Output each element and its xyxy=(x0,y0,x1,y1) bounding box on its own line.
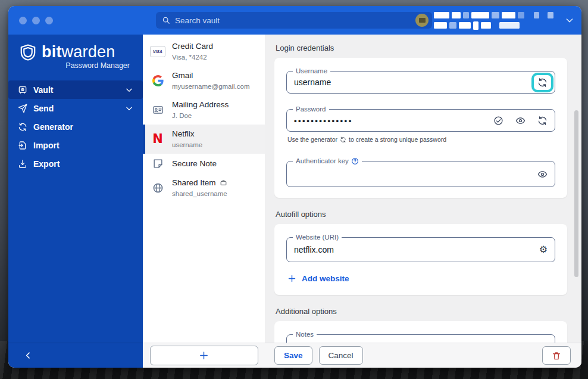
website-uri-label: Website (URI) xyxy=(293,233,342,241)
account-menu[interactable] xyxy=(415,6,574,35)
username-label: Username xyxy=(293,67,330,75)
additional-options-card: Notes xyxy=(274,321,567,343)
search-input[interactable]: Search vault xyxy=(156,12,432,29)
password-label: Password xyxy=(293,105,329,113)
vault-icon xyxy=(18,85,27,95)
logo-subtitle: Password Manager xyxy=(19,61,130,70)
item-detail-pane: Login credentials Username username Pass… xyxy=(265,35,581,343)
refresh-icon xyxy=(340,136,346,143)
collapse-sidebar-chevron-left-icon[interactable] xyxy=(24,351,33,360)
section-title-autofill-options: Autofill options xyxy=(276,210,567,219)
zoom-window-button[interactable] xyxy=(45,17,53,24)
chevron-down-icon[interactable] xyxy=(125,104,133,113)
list-item-credit-card[interactable]: VISA Credit Card Visa, *4242 xyxy=(143,37,265,66)
item-title: Shared Item xyxy=(172,178,227,188)
traffic-lights xyxy=(19,17,53,24)
username-field[interactable]: Username username xyxy=(286,71,555,94)
sidebar-item-label: Send xyxy=(33,104,54,113)
save-button[interactable]: Save xyxy=(274,346,312,365)
logo-light: warden xyxy=(62,43,115,61)
website-uri-value[interactable]: netflix.com xyxy=(294,245,539,254)
add-item-button[interactable] xyxy=(150,346,258,365)
generator-icon xyxy=(18,122,27,132)
sidebar-item-import[interactable]: Import xyxy=(8,136,143,154)
netflix-logo-icon: N xyxy=(150,133,165,145)
toggle-password-visibility-icon[interactable] xyxy=(515,116,526,126)
sidebar-item-label: Vault xyxy=(33,85,53,95)
detail-footer: Save Cancel xyxy=(265,343,581,368)
login-credentials-card: Username username Password •••••••••••••… xyxy=(274,58,567,198)
detail-scrollbar[interactable] xyxy=(574,110,578,277)
password-hint: Use the generator to create a strong uni… xyxy=(287,136,555,143)
item-subtitle: myusername@gmail.com xyxy=(172,83,250,90)
item-title: Gmail xyxy=(172,70,250,80)
sidebar-footer xyxy=(8,343,143,368)
list-item-mailing-address[interactable]: Mailing Address J. Doe xyxy=(143,95,265,125)
notes-label: Notes xyxy=(293,330,317,338)
username-value[interactable]: username xyxy=(294,77,528,87)
item-subtitle: shared_username xyxy=(172,190,227,197)
search-placeholder: Search vault xyxy=(175,16,220,25)
generate-username-icon[interactable] xyxy=(537,77,548,88)
check-password-icon[interactable] xyxy=(493,116,503,126)
briefcase-icon xyxy=(220,179,227,187)
import-icon xyxy=(18,141,27,150)
sidebar-item-generator[interactable]: Generator xyxy=(8,117,143,136)
list-item-netflix[interactable]: N Netflix username xyxy=(143,125,265,154)
plus-icon xyxy=(199,350,209,361)
password-value[interactable]: •••••••••••••• xyxy=(294,116,493,125)
chevron-down-icon[interactable] xyxy=(125,86,133,94)
item-title: Netflix xyxy=(172,129,202,139)
paper-plane-icon xyxy=(18,104,27,113)
list-item-secure-note[interactable]: Secure Note xyxy=(143,154,265,173)
bitwarden-logo: bitwarden Password Manager xyxy=(8,35,143,70)
add-website-button[interactable]: Add website xyxy=(287,274,555,283)
autofill-options-card: Website (URI) netflix.com ⚙ Add website xyxy=(274,224,567,295)
question-circle-icon[interactable] xyxy=(351,157,359,165)
list-footer xyxy=(143,343,265,368)
trash-icon xyxy=(552,351,561,361)
logo-bold: bit xyxy=(42,43,62,61)
section-title-additional-options: Additional options xyxy=(276,307,567,316)
sidebar-item-label: Import xyxy=(33,141,60,150)
id-card-icon xyxy=(150,104,165,116)
delete-button[interactable] xyxy=(542,346,571,365)
cancel-button[interactable]: Cancel xyxy=(319,346,363,365)
google-logo-icon xyxy=(150,75,165,86)
highlight-box xyxy=(531,73,553,92)
sidebar-nav: Vault Send Generator Import xyxy=(8,80,143,173)
minimize-window-button[interactable] xyxy=(32,17,40,24)
sidebar-item-vault[interactable]: Vault xyxy=(8,80,143,99)
website-options-gear-icon[interactable]: ⚙ xyxy=(539,245,548,254)
globe-icon xyxy=(150,182,165,194)
toggle-authenticator-visibility-icon[interactable] xyxy=(537,169,548,179)
export-icon xyxy=(18,159,27,169)
sidebar-item-send[interactable]: Send xyxy=(8,99,143,117)
list-item-gmail[interactable]: Gmail myusername@gmail.com xyxy=(143,66,265,95)
item-title: Secure Note xyxy=(172,159,217,169)
password-field[interactable]: Password •••••••••••••• xyxy=(286,109,555,132)
item-subtitle: J. Doe xyxy=(172,112,192,119)
notes-field[interactable]: Notes xyxy=(286,334,555,343)
authenticator-key-label: Authenticator key xyxy=(293,157,362,165)
website-uri-field[interactable]: Website (URI) netflix.com ⚙ xyxy=(286,237,555,262)
section-title-login-credentials: Login credentials xyxy=(276,44,567,52)
titlebar: Search vault xyxy=(8,6,581,35)
authenticator-key-field[interactable]: Authenticator key xyxy=(286,161,555,187)
list-item-shared-item[interactable]: Shared Item shared_username xyxy=(143,173,265,203)
sidebar-item-label: Export xyxy=(33,159,60,169)
sidebar-item-export[interactable]: Export xyxy=(8,154,143,173)
close-window-button[interactable] xyxy=(19,17,27,24)
generate-password-icon[interactable] xyxy=(537,116,548,126)
account-redacted-text xyxy=(434,12,553,29)
shield-icon xyxy=(19,44,37,61)
sidebar: bitwarden Password Manager Vault Send G xyxy=(8,35,143,343)
item-subtitle: Visa, *4242 xyxy=(172,54,207,61)
desktop-wallpaper: Search vault bitward xyxy=(0,0,588,379)
account-chevron-down-icon[interactable] xyxy=(565,15,574,25)
vault-item-list: VISA Credit Card Visa, *4242 Gmail xyxy=(143,35,265,343)
sidebar-item-label: Generator xyxy=(33,122,73,132)
item-title: Mailing Address xyxy=(172,100,229,110)
item-title: Credit Card xyxy=(172,41,213,51)
search-icon xyxy=(162,16,170,24)
